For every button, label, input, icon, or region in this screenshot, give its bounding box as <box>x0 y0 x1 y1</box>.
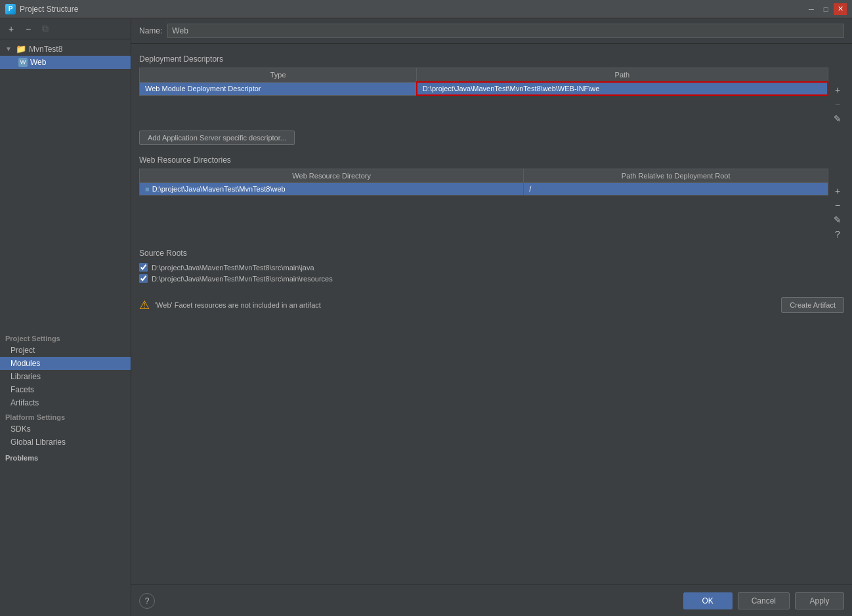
apply-button[interactable]: Apply <box>795 592 844 609</box>
web-dir-cell: ■D:\project\Java\MavenTest\MvnTest8\web <box>140 183 524 195</box>
deployment-type-cell: Web Module Deployment Descriptor <box>140 82 417 95</box>
window-controls: ─ □ ✕ <box>805 3 847 15</box>
problems-section: Problems <box>0 449 131 463</box>
create-artifact-button[interactable]: Create Artifact <box>781 297 844 313</box>
web-dir-column-header: Web Resource Directory <box>140 169 524 183</box>
edit-web-dir-button[interactable]: ✎ <box>831 213 844 226</box>
source-roots-label: Source Roots <box>139 249 844 258</box>
sidebar: + − ⧉ ▼ 📁 MvnTest8 W Web Project Setting… <box>0 18 131 616</box>
minimize-button[interactable]: ─ <box>805 3 818 15</box>
source-root-checkbox-1[interactable] <box>139 263 148 272</box>
sidebar-item-sdks[interactable]: SDKs <box>0 422 131 436</box>
add-module-button[interactable]: + <box>4 22 18 36</box>
warning-icon: ⚠ <box>139 298 150 312</box>
tree-child-item[interactable]: W Web <box>0 56 131 69</box>
project-settings-section: Project Settings <box>0 331 131 344</box>
remove-deployment-button[interactable]: − <box>831 98 844 111</box>
sidebar-item-facets[interactable]: Facets <box>0 383 131 396</box>
module-tree: ▼ 📁 MvnTest8 W Web <box>0 39 131 331</box>
maximize-button[interactable]: □ <box>819 3 832 15</box>
web-resource-dir-label: Web Resource Directories <box>139 155 844 165</box>
web-dir-table-container: Web Resource Directory Path Relative to … <box>139 169 844 241</box>
sidebar-item-project[interactable]: Project <box>0 344 131 357</box>
title-text: Project Structure <box>20 5 78 14</box>
sidebar-item-global-libraries[interactable]: Global Libraries <box>0 436 131 449</box>
deployment-path-cell: D:\project\Java\MavenTest\MvnTest8\web\W… <box>417 82 828 95</box>
path-relative-cell: / <box>524 183 828 195</box>
name-row: Name: <box>131 18 852 44</box>
warning-row: ⚠ 'Web' Facet resources are not included… <box>139 292 844 318</box>
add-server-descriptor-button[interactable]: Add Application Server specific descript… <box>139 131 295 145</box>
module-icon: W <box>18 58 28 67</box>
folder-icon: 📁 <box>16 44 26 54</box>
type-column-header: Type <box>140 68 417 83</box>
platform-settings-section: Platform Settings <box>0 409 131 422</box>
main-container: + − ⧉ ▼ 📁 MvnTest8 W Web Project Setting… <box>0 18 852 616</box>
sidebar-item-artifacts[interactable]: Artifacts <box>0 396 131 409</box>
tree-child-label: Web <box>30 58 46 67</box>
table-row[interactable]: ■D:\project\Java\MavenTest\MvnTest8\web … <box>140 183 828 195</box>
path-relative-column-header: Path Relative to Deployment Root <box>524 169 828 183</box>
remove-web-dir-button[interactable]: − <box>831 199 844 212</box>
dir-folder-icon: ■ <box>145 185 150 193</box>
add-deployment-button[interactable]: + <box>831 83 844 96</box>
content-scroll: Deployment Descriptors Type Path Web Mod <box>131 44 852 585</box>
deployment-table-wrapper: Type Path Web Module Deployment Descript… <box>139 68 828 101</box>
path-column-header: Path <box>417 68 828 83</box>
deployment-table-container: Type Path Web Module Deployment Descript… <box>139 68 844 125</box>
tree-root-label: MvnTest8 <box>29 45 62 54</box>
name-input[interactable] <box>167 24 844 38</box>
tree-toolbar: + − ⧉ <box>0 18 131 39</box>
source-root-path-2: D:\project\Java\MavenTest\MvnTest8\src\m… <box>152 275 333 283</box>
tree-root-item[interactable]: ▼ 📁 MvnTest8 <box>0 42 131 56</box>
edit-deployment-button[interactable]: ✎ <box>831 112 844 125</box>
add-web-dir-button[interactable]: + <box>831 184 844 197</box>
remove-module-button[interactable]: − <box>21 22 35 36</box>
close-button[interactable]: ✕ <box>834 3 847 15</box>
sidebar-item-modules[interactable]: Modules <box>0 357 131 370</box>
source-root-row-1: D:\project\Java\MavenTest\MvnTest8\src\m… <box>139 262 844 273</box>
source-root-row-2: D:\project\Java\MavenTest\MvnTest8\src\m… <box>139 273 844 284</box>
web-dir-side-buttons: + − ✎ ? <box>831 169 844 241</box>
sidebar-item-libraries[interactable]: Libraries <box>0 370 131 383</box>
copy-module-button[interactable]: ⧉ <box>38 22 53 36</box>
web-dir-table-wrapper: Web Resource Directory Path Relative to … <box>139 169 828 201</box>
source-root-path-1: D:\project\Java\MavenTest\MvnTest8\src\m… <box>152 264 314 272</box>
help-button[interactable]: ? <box>139 593 155 609</box>
content-area: Name: Deployment Descriptors Type Path <box>131 18 852 616</box>
ok-button[interactable]: OK <box>683 592 733 609</box>
deployment-table: Type Path Web Module Deployment Descript… <box>139 68 828 96</box>
web-dir-path: D:\project\Java\MavenTest\MvnTest8\web <box>152 185 286 193</box>
expand-icon: ▼ <box>5 45 13 52</box>
app-icon: P <box>5 4 16 14</box>
source-root-checkbox-2[interactable] <box>139 274 148 283</box>
help-web-dir-button[interactable]: ? <box>831 228 844 241</box>
name-label: Name: <box>139 26 162 35</box>
cancel-button[interactable]: Cancel <box>738 592 790 609</box>
warning-text: 'Web' Facet resources are not included i… <box>155 301 776 309</box>
bottom-action-buttons: OK Cancel Apply <box>683 592 844 609</box>
title-bar: P Project Structure ─ □ ✕ <box>0 0 852 18</box>
web-dir-table: Web Resource Directory Path Relative to … <box>139 169 828 195</box>
sidebar-nav: Project Settings Project Modules Librari… <box>0 331 131 617</box>
deployment-side-buttons: + − ✎ <box>831 68 844 125</box>
deployment-descriptors-label: Deployment Descriptors <box>139 54 844 64</box>
table-row[interactable]: Web Module Deployment Descriptor D:\proj… <box>140 82 828 95</box>
bottom-bar: ? OK Cancel Apply <box>131 585 852 616</box>
